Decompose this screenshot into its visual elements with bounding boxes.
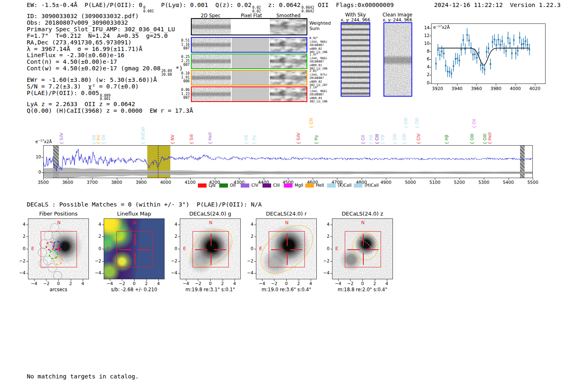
header-timestamp-version: 2024-12-16 11:22:12 Version 1.22.3 — [434, 1, 561, 8]
cutout-ytick-mark — [330, 237, 332, 237]
crosshair-horizontal — [290, 249, 302, 250]
cutout-ytick-label: 4 — [322, 222, 330, 227]
text-segment: P(LAE)/P(OII): 0.005 — [27, 89, 99, 96]
inset-xtick-mark — [496, 84, 496, 86]
info-line: ID: 3090033032 (3090033032.pdf) — [27, 13, 200, 19]
spectrum-xtick-label: 5400 — [500, 180, 517, 185]
header-summary: EW: -1.5±-0.4Å P(LAE)/P(OII): 000.001 P(… — [27, 1, 394, 13]
elixer-report-page: EW: -1.5±-0.4Å P(LAE)/P(OII): 000.001 P(… — [0, 0, 576, 392]
cutout-xtick-label: −4 — [180, 281, 192, 286]
fiber-circle — [38, 248, 47, 257]
crosshair-horizontal — [138, 249, 150, 250]
cutout-ytick-label: 0 — [94, 246, 101, 251]
crosshair-vertical — [211, 253, 211, 265]
cutout-xtick-mark — [311, 279, 311, 281]
inset-ytick-label: 4 — [422, 64, 430, 69]
cutout-xtick-label: 2 — [216, 281, 229, 286]
crosshair-horizontal — [214, 249, 226, 250]
cutout-xtick-mark — [262, 279, 262, 281]
cutout-xtick-label: −2 — [116, 281, 128, 286]
cutout-ytick-mark — [26, 237, 28, 237]
compass-east-label: E — [183, 246, 186, 251]
emission-line-label: { OIII — [393, 134, 397, 144]
inset-plot-area — [431, 23, 546, 84]
cutout-ytick-label: −4 — [94, 270, 101, 275]
spectrum-xtick-mark — [239, 178, 239, 180]
spectrum-xtick-label: 3800 — [109, 180, 125, 185]
fiber-weight-labels: 0.101.91006 — [179, 72, 190, 84]
crosshair-vertical — [287, 253, 288, 265]
compass-east-label: E — [335, 246, 338, 251]
cutout-ytick-label: 4 — [18, 222, 26, 227]
spectrum-xtick-label: 4000 — [158, 180, 174, 185]
legend-label: OII — [230, 183, 236, 188]
cutout-ytick-label: 0 — [170, 246, 177, 251]
info-line: Q(0.00) (H)CaII(3968) z = 0.0000 EW r = … — [27, 107, 200, 114]
text-segment: LyA z = 2.2633 OII z = 0.0642 — [27, 100, 135, 107]
text-segment: λ = 3967.14Å σ = 16.99(±11.71)Å — [27, 45, 142, 52]
row-2dspec-image — [192, 38, 231, 52]
inset-xtick-label: 3920 — [429, 86, 446, 91]
emission-line-label: { Hβ — [380, 135, 385, 144]
spectrum-ytick-label: 0 — [33, 169, 41, 174]
crosshair-horizontal — [271, 249, 283, 250]
emission-line-label: { OIII — [415, 118, 419, 128]
footer-note: No matching targets in catalog. Row inte… — [27, 360, 139, 392]
cutout-xtick-mark — [46, 279, 46, 281]
cutout-xtick-mark — [83, 279, 83, 281]
fiber-weight-value: 007 — [179, 96, 190, 100]
spectrum-xtick-label: 4900 — [378, 180, 394, 185]
row-smoothed-image — [270, 87, 307, 101]
crosshair-horizontal — [195, 249, 207, 250]
cutout-ytick-mark — [254, 225, 256, 225]
cutout-ytick-mark — [330, 273, 332, 274]
cutout-ytick-mark — [26, 273, 28, 274]
cutout-xtick-mark — [58, 279, 59, 281]
compass-north-label: N — [361, 220, 365, 225]
emission-line-label: { OIII — [483, 134, 487, 144]
legend-label: HeII — [316, 183, 324, 188]
cutout-xtick-mark — [134, 279, 135, 281]
row-2dspec-image — [192, 71, 231, 85]
text-segment: EWr = -1.60(±3.80) (w: 5.30(±3.60))Å — [27, 76, 157, 83]
legend-label: MgII — [295, 183, 303, 188]
crosshair-vertical — [363, 253, 364, 265]
emission-line-label: { OII — [92, 135, 96, 144]
fiber-annotation: 0.92"(244, 966)20180807v009_02302_LU_106 — [309, 37, 334, 54]
cutout-xtick-label: −4 — [332, 281, 344, 286]
emission-line-label: { Hβ — [369, 135, 373, 144]
emission-line-label: { CIII — [309, 118, 314, 128]
weighted-sum-strip — [191, 18, 307, 35]
cutout-ytick-label: 2 — [94, 234, 101, 239]
crosshair-horizontal — [347, 249, 360, 250]
row-2dspec-image — [192, 87, 231, 101]
cutout-xtick-mark — [362, 279, 363, 281]
legend-swatch — [305, 183, 314, 188]
row-pixelflat-image — [232, 38, 269, 52]
spectrum-xtick-mark — [288, 178, 288, 180]
cutout-xtick-mark — [71, 279, 71, 281]
cutout-ytick-label: 2 — [18, 234, 26, 239]
cutout-ytick-mark — [178, 237, 180, 237]
emission-line-label: { Hγ — [314, 135, 318, 144]
cutout-ytick-label: 0 — [246, 246, 253, 251]
text-segment: RA,Dec (273.491730,65.973091) — [27, 39, 132, 46]
cutout-ytick-mark — [178, 273, 180, 274]
cutout-title: DECaLS(24.0) z — [325, 211, 399, 217]
cutout-xtick-mark — [223, 279, 223, 281]
inset-ytick-mark — [430, 51, 431, 52]
cutout-ytick-mark — [26, 249, 28, 249]
emission-line-label: { HeII — [488, 132, 492, 144]
cutout-ytick-mark — [102, 249, 104, 249]
cutout-xtick-label: −4 — [256, 281, 268, 286]
compass-east-label: E — [31, 246, 34, 251]
cutout-image: NE — [256, 218, 317, 279]
text-segment: F=1.7" T=0.212 N=1.24 A=0.35 g=25.0 — [27, 32, 168, 39]
row-pixelflat-image — [232, 87, 269, 101]
inset-ytick-mark — [430, 67, 431, 67]
unit-rest: x2Å — [44, 139, 52, 144]
inset-ytick-label: 12 — [422, 33, 430, 38]
inset-ytick-label: 14 — [422, 25, 430, 30]
spectrum-xtick-mark — [533, 178, 533, 180]
spectrum-xtick-label: 3900 — [133, 180, 149, 185]
